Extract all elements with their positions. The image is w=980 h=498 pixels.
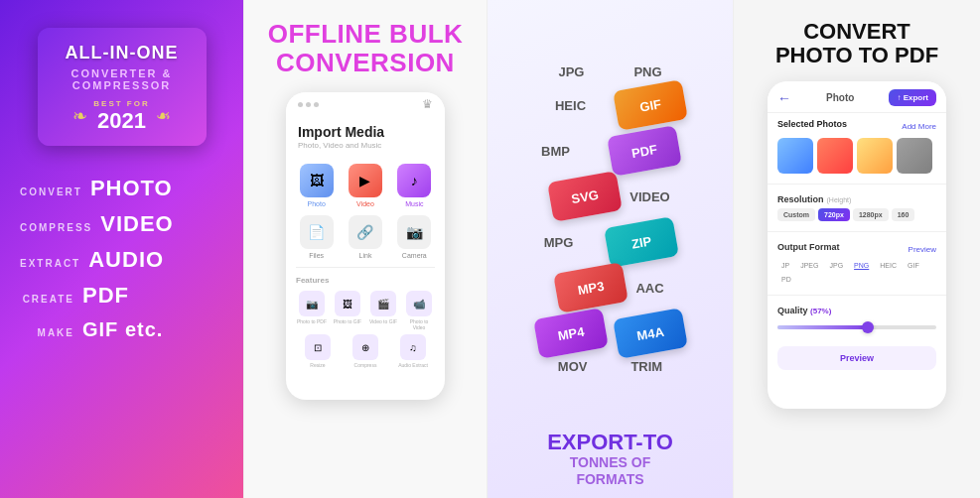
feature-value-pdf: PDF xyxy=(82,283,129,309)
crown-icon: ♛ xyxy=(422,97,433,111)
fmt-bmp: BMP xyxy=(541,131,570,171)
grid-item-music[interactable]: ♪ Music xyxy=(394,164,435,207)
feat-photo-gif-icon: 🖼 xyxy=(335,291,360,316)
fmt-row-2: HEIC GIF xyxy=(536,85,685,125)
feat-photo-pdf[interactable]: 📷 Photo to PDF xyxy=(296,291,328,330)
add-more-link[interactable]: Add More xyxy=(902,122,936,131)
grid-item-files[interactable]: 📄 Files xyxy=(296,215,337,259)
export-button[interactable]: ↑ Export xyxy=(889,89,936,106)
back-arrow-icon[interactable]: ← xyxy=(777,90,791,106)
statusbar-dots xyxy=(298,102,319,107)
resolution-label: Resolution(Height) xyxy=(777,194,936,204)
phone-features-section: Features 📷 Photo to PDF 🖼 Photo to GIF 🎬… xyxy=(286,268,445,376)
feature-label-convert: CONVERT xyxy=(20,187,82,197)
fmt-mpg: MPG xyxy=(544,222,574,262)
feat-resize[interactable]: ⊡ Resize xyxy=(296,334,340,368)
grid-item-link[interactable]: 🔗 Link xyxy=(345,215,385,259)
quality-section: Quality (57%) xyxy=(768,300,946,346)
feat-video-gif-label: Video to GIF xyxy=(369,318,397,324)
feat-video-gif[interactable]: 🎬 Video to GIF xyxy=(367,291,399,330)
phone-import-header: Import Media Photo, Video and Music xyxy=(286,116,445,156)
fmt-m4a: M4A xyxy=(613,308,688,359)
best-for-label: BEST FOR xyxy=(93,99,149,108)
quality-value: (57%) xyxy=(810,307,831,315)
feature-label-make: MAKE xyxy=(20,327,74,338)
res-160-btn[interactable]: 160 xyxy=(892,208,915,221)
feature-label-compress: COMPRESS xyxy=(20,222,92,233)
fmt-opt-jp[interactable]: JP xyxy=(777,260,793,271)
import-sub: Photo, Video and Music xyxy=(298,141,433,150)
laurel-left-icon: ❧ xyxy=(72,105,87,127)
res-custom-btn[interactable]: Custom xyxy=(777,208,815,221)
fmt-row-4: SVG VIDEO xyxy=(550,177,669,216)
music-label: Music xyxy=(405,200,423,207)
panel-convert-photo-pdf: CONVERT PHOTO TO PDF ← Photo ↑ Export Se… xyxy=(733,0,980,498)
fmt-opt-jpg[interactable]: JPG xyxy=(825,260,847,271)
fmt-opt-png[interactable]: PNG xyxy=(850,260,873,271)
phone-import-grid: 🖼 Photo ▶ Video ♪ Music 📄 Files 🔗 Link 📷 xyxy=(286,156,445,267)
resolution-section: Resolution(Height) Custom 720px 1280px 1… xyxy=(768,188,946,227)
dot3 xyxy=(314,102,319,107)
fmt-opt-heic[interactable]: HEIC xyxy=(876,260,901,271)
video-icon: ▶ xyxy=(349,164,382,197)
quality-slider[interactable] xyxy=(777,320,936,334)
grid-item-video[interactable]: ▶ Video xyxy=(345,164,385,207)
output-format-section: Output Format Preview JP JPEG JPG PNG HE… xyxy=(768,236,946,291)
preview-button[interactable]: Preview xyxy=(777,346,936,370)
divider-1 xyxy=(768,184,946,185)
feat-compress[interactable]: ⊕ Compress xyxy=(344,334,387,368)
feature-label-extract: EXTRACT xyxy=(20,258,80,269)
fmt-row-1: JPG PNG xyxy=(558,64,661,79)
features-list: CONVERT PHOTO COMPRESS VIDEO EXTRACT AUD… xyxy=(20,176,223,341)
features-icons-row1: 📷 Photo to PDF 🖼 Photo to GIF 🎬 Video to… xyxy=(296,291,435,330)
fmt-row-3: BMP PDF xyxy=(541,131,679,171)
fmt-opt-pd[interactable]: PD xyxy=(777,274,795,285)
grid-item-camera[interactable]: 📷 Camera xyxy=(394,215,435,259)
dot2 xyxy=(306,102,311,107)
slider-thumb[interactable] xyxy=(862,321,874,333)
phone-statusbar: ♛ xyxy=(286,92,445,116)
feat-audio-extract-label: Audio Extract xyxy=(398,362,428,368)
feature-value-video: VIDEO xyxy=(100,211,173,237)
fmt-row-6: MP3 AAC xyxy=(556,268,663,308)
feat-photo-video-icon: 📹 xyxy=(406,291,432,316)
fmt-aac: AAC xyxy=(635,268,663,308)
feat-compress-label: Compress xyxy=(354,362,377,368)
res-720-btn[interactable]: 720px xyxy=(818,208,850,221)
export-sub: TONNES OF FORMATS xyxy=(570,454,650,488)
panel4-title: CONVERT PHOTO TO PDF xyxy=(775,20,938,67)
link-label: Link xyxy=(359,252,372,259)
fmt-row-8: MOV TRIM xyxy=(558,359,662,374)
feature-row-gif: MAKE GIF etc. xyxy=(20,318,223,341)
preview-link[interactable]: Preview xyxy=(909,245,936,254)
feat-audio-extract[interactable]: ♫ Audio Extract xyxy=(391,334,435,368)
res-1280-btn[interactable]: 1280px xyxy=(853,208,889,221)
laurel-right-icon: ❧ xyxy=(156,105,171,127)
quality-label: Quality (57%) xyxy=(777,306,936,315)
fmt-row-5: MPG ZIP xyxy=(544,222,677,262)
feat-video-gif-icon: 🎬 xyxy=(370,291,396,316)
fmt-row-7: MP4 M4A xyxy=(536,313,685,353)
feat-photo-gif[interactable]: 🖼 Photo to GIF xyxy=(332,291,363,330)
feature-label-create: CREATE xyxy=(20,294,74,305)
features-icons-row2: ⊡ Resize ⊕ Compress ♫ Audio Extract xyxy=(296,334,435,368)
feat-photo-pdf-label: Photo to PDF xyxy=(297,318,327,324)
feat-photo-pdf-icon: 📷 xyxy=(299,291,325,316)
photos-row xyxy=(777,138,936,174)
fmt-opt-gif[interactable]: GIF xyxy=(904,260,923,271)
link-icon: 🔗 xyxy=(349,215,382,249)
panel-formats: JPG PNG HEIC GIF BMP PDF SVG VIDEO MPG Z… xyxy=(487,0,733,498)
feat-resize-icon: ⊡ xyxy=(305,334,331,360)
photo-thumb-2 xyxy=(817,138,853,174)
divider-2 xyxy=(768,231,946,232)
fmt-zip: ZIP xyxy=(604,216,679,268)
photo-icon: 🖼 xyxy=(300,164,334,197)
fmt-opt-jpeg[interactable]: JPEG xyxy=(796,260,822,271)
feat-photo-video[interactable]: 📹 Photo to Video xyxy=(403,291,435,330)
export-label: Export xyxy=(904,93,928,102)
feature-row-video: COMPRESS VIDEO xyxy=(20,211,223,237)
fmt-pdf: PDF xyxy=(607,125,682,177)
files-label: Files xyxy=(309,252,324,259)
grid-item-photo[interactable]: 🖼 Photo xyxy=(296,164,337,207)
fmt-trim: TRIM xyxy=(630,359,662,374)
